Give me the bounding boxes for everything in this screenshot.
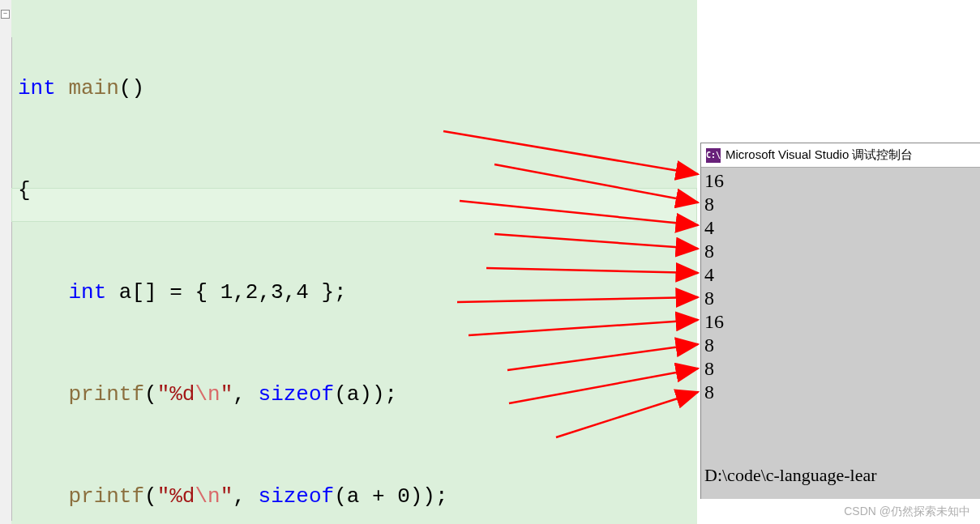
code-line: printf("%d\n", sizeof(a + 0)); (18, 479, 697, 513)
debug-console-window[interactable]: C:\ Microsoft Visual Studio 调试控制台 16 8 4… (700, 143, 980, 499)
output-line: 8 (704, 381, 977, 404)
output-line: 8 (704, 193, 977, 216)
console-titlebar[interactable]: C:\ Microsoft Visual Studio 调试控制台 (701, 143, 980, 168)
console-path: D:\code\c-language-lear (704, 464, 977, 487)
output-line: 16 (704, 310, 977, 334)
console-title-text: Microsoft Visual Studio 调试控制台 (725, 147, 913, 163)
watermark-text: CSDN @仍然探索未知中 (844, 505, 970, 519)
code-line: int main() (18, 71, 697, 105)
code-line: printf("%d\n", sizeof(a)); (18, 377, 697, 411)
output-line: 16 (704, 169, 977, 193)
output-line: 4 (704, 263, 977, 287)
code-content: int main() { int a[] = { 1,2,3,4 }; prin… (18, 3, 697, 524)
console-output: 16 8 4 8 4 8 16 8 8 8 D:\code\c-language… (701, 168, 980, 524)
output-line: 4 (704, 216, 977, 240)
fold-minus-icon[interactable]: − (1, 10, 10, 19)
output-line: 8 (704, 287, 977, 310)
editor-gutter: − (0, 0, 11, 524)
code-line: { (18, 173, 697, 207)
code-line: int a[] = { 1,2,3,4 }; (18, 275, 697, 309)
fold-guide-line (11, 37, 12, 521)
code-editor[interactable]: − int main() { int a[] = { 1,2,3,4 }; pr… (0, 0, 697, 524)
output-line: 8 (704, 357, 977, 381)
output-line: 8 (704, 334, 977, 357)
vs-console-icon: C:\ (706, 148, 721, 163)
output-line: 8 (704, 240, 977, 263)
